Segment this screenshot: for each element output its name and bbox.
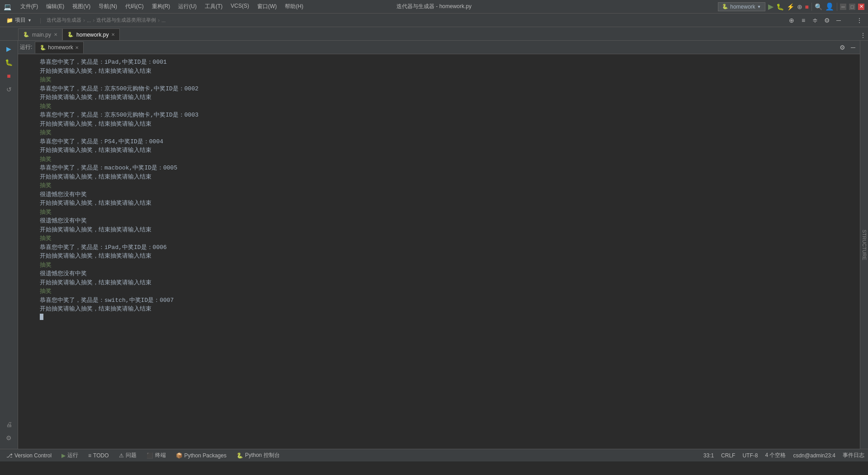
second-toolbar: 📁 项目 ▼ | 迭代器与生成器 › ... › 迭代器与生成器类用法举例 › … [0, 14, 868, 27]
run-btn[interactable]: ▶ [768, 2, 774, 11]
packages-label: Python Packages [184, 452, 226, 459]
indent-info[interactable]: 4 个空格 [763, 451, 788, 459]
menu-help[interactable]: 帮助(H) [281, 2, 307, 11]
git-branch: csdn@admin23:4 [791, 452, 837, 459]
minimize-panel-icon[interactable]: ─ [834, 15, 844, 25]
todo-label: TODO [93, 452, 108, 459]
minimize-button[interactable]: ─ [840, 4, 846, 10]
separator: | [40, 17, 41, 24]
search-icon[interactable]: 🔍 [815, 3, 822, 10]
breadcrumb-dots: ... [87, 18, 91, 23]
left-sidebar: ▶ 🐛 ■ ↺ 🖨 ⚙ [0, 41, 18, 449]
align-icon[interactable]: ≡ [798, 15, 808, 25]
run-config-label: homework [730, 4, 755, 10]
console-line: 开始抽奖请输入抽奖，结束抽奖请输入结束 [40, 120, 856, 129]
statusbar: ⎇ Version Control ▶ 运行 ≡ TODO ⚠ 问题 ⬛ 终端 … [0, 449, 868, 461]
status-problems[interactable]: ⚠ 问题 [114, 450, 141, 461]
pyconsole-label: Python 控制台 [245, 451, 280, 459]
more-btn[interactable]: ⊕ [797, 3, 802, 10]
tab-main-py[interactable]: 🐍 main.py ✕ [18, 28, 62, 40]
more-options-icon[interactable]: ⋮ [854, 15, 864, 25]
run-tab-close[interactable]: ✕ [75, 45, 79, 50]
tab-more-btn[interactable]: ⋮ [858, 30, 868, 40]
global-icon[interactable]: ⊕ [787, 15, 797, 25]
run-close-btn[interactable]: ─ [848, 42, 858, 52]
menu-nav[interactable]: 导航(N) [95, 2, 121, 11]
menu-vcs[interactable]: VCS(S) [227, 2, 253, 11]
status-version-control[interactable]: ⎇ Version Control [2, 450, 56, 461]
menu-tools[interactable]: 工具(T) [201, 2, 226, 11]
status-run[interactable]: ▶ 运行 [57, 450, 83, 461]
sidebar-rerun-icon[interactable]: ↺ [2, 83, 16, 96]
titlebar: 💻 文件(F) 编辑(E) 视图(V) 导航(N) 代码(C) 重构(R) 运行… [0, 0, 868, 14]
console-line: 抽奖 [40, 208, 856, 217]
vcs-label: Version Control [14, 452, 52, 459]
menu-code[interactable]: 代码(C) [122, 2, 147, 11]
console-line: 开始抽奖请输入抽奖，结束抽奖请输入结束 [40, 199, 856, 208]
console-line: 恭喜您中奖了，奖品是：switch,中奖ID是：0007 [40, 296, 856, 305]
coverage-btn[interactable]: ⚡ [787, 3, 794, 10]
sidebar-run-icon[interactable]: ▶ [2, 42, 16, 55]
console-line: 抽奖 [40, 128, 856, 137]
menu-view[interactable]: 视图(V) [69, 2, 94, 11]
project-icon: 📁 [6, 17, 13, 24]
event-log[interactable]: 事件日志 [841, 451, 866, 459]
run-actions: ⚙ ─ [837, 42, 858, 52]
run-tab-label: homework [48, 44, 73, 51]
console-line: 恭喜您中奖了，奖品是：iPad,中奖ID是：0001 [40, 58, 856, 67]
line-separator[interactable]: CRLF [719, 452, 737, 459]
console-line: 抽奖 [40, 261, 856, 270]
cursor-position[interactable]: 33:1 [702, 452, 716, 459]
menu-refactor[interactable]: 重构(R) [148, 2, 174, 11]
run-icon: ▶ [61, 452, 66, 459]
menu-edit[interactable]: 编辑(E) [42, 2, 68, 11]
split-icon[interactable]: ≑ [810, 15, 820, 25]
menu-window[interactable]: 窗口(W) [254, 2, 280, 11]
console-output[interactable]: 恭喜您中奖了，奖品是：iPad,中奖ID是：0001开始抽奖请输入抽奖，结束抽奖… [18, 54, 860, 449]
run-label: 运行 [67, 451, 78, 459]
debug-btn[interactable]: 🐛 [776, 3, 784, 10]
status-right: 33:1 CRLF UTF-8 4 个空格 csdn@admin23:4 事件日… [702, 451, 866, 459]
project-dropdown[interactable]: 📁 项目 ▼ [4, 15, 34, 25]
run-tab[interactable]: 🐍 homework ✕ [35, 42, 83, 53]
avatar-icon[interactable]: 👤 [825, 2, 834, 11]
console-line[interactable] [40, 314, 856, 323]
sidebar-gear-icon[interactable]: ⚙ [2, 432, 16, 444]
content-wrapper: 运行: 🐍 homework ✕ ⚙ ─ 恭喜您中奖了，奖品是：iPad,中奖I… [18, 41, 860, 449]
maximize-button[interactable]: □ [849, 4, 855, 10]
status-todo[interactable]: ≡ TODO [84, 450, 113, 461]
titlebar-controls: 🐍 homework ▼ ▶ 🐛 ⚡ ⊕ ■ 🔍 👤 ─ □ ✕ [718, 2, 864, 11]
tab-homework-py[interactable]: 🐍 homework.py ✕ [62, 28, 120, 40]
tab-hw-close[interactable]: ✕ [111, 32, 115, 37]
sidebar-debug-icon[interactable]: 🐛 [2, 56, 16, 69]
breadcrumb-sep2: › [93, 17, 94, 24]
divider [811, 3, 812, 11]
divider2 [837, 3, 837, 11]
stop-btn[interactable]: ■ [805, 3, 809, 10]
console-line: 开始抽奖请输入抽奖，结束抽奖请输入结束 [40, 278, 856, 287]
console-line: 恭喜您中奖了，奖品是：PS4,中奖ID是：0004 [40, 137, 856, 146]
console-line: 开始抽奖请输入抽奖，结束抽奖请输入结束 [40, 226, 856, 235]
sidebar-print-icon[interactable]: 🖨 [2, 418, 16, 431]
right-sidebar: STRUCTURE [860, 41, 868, 449]
run-config-icon: 🐍 [722, 4, 728, 9]
status-python-packages[interactable]: 📦 Python Packages [171, 450, 231, 461]
titlebar-left: 💻 文件(F) 编辑(E) 视图(V) 导航(N) 代码(C) 重构(R) 运行… [4, 2, 307, 11]
sidebar-stop-icon[interactable]: ■ [2, 70, 16, 82]
run-config-dropdown[interactable]: 🐍 homework ▼ [718, 2, 765, 11]
settings-icon[interactable]: ⚙ [822, 15, 832, 25]
console-line: 抽奖 [40, 75, 856, 85]
menu-run[interactable]: 运行(U) [175, 2, 200, 11]
console-line: 恭喜您中奖了，奖品是：京东500元购物卡,中奖ID是：0002 [40, 85, 856, 94]
status-python-console[interactable]: 🐍 Python 控制台 [232, 450, 284, 461]
project-label-text: 项目 [15, 16, 26, 24]
problem-label: 问题 [126, 451, 137, 459]
tab-main-close[interactable]: ✕ [54, 32, 57, 37]
console-line: 开始抽奖请输入抽奖，结束抽奖请输入结束 [40, 146, 856, 155]
close-button[interactable]: ✕ [858, 4, 864, 10]
encoding[interactable]: UTF-8 [741, 452, 760, 459]
status-terminal[interactable]: ⬛ 终端 [142, 450, 170, 461]
console-line: 很遗憾您没有中奖 [40, 269, 856, 278]
menu-file[interactable]: 文件(F) [17, 2, 42, 11]
run-settings-btn[interactable]: ⚙ [837, 42, 847, 52]
